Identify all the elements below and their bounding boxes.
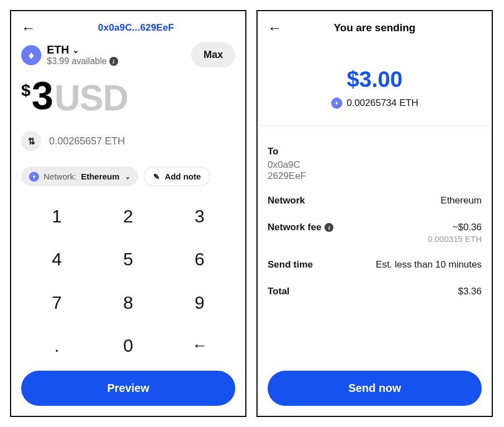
available-balance-text: $3.99 available (47, 56, 107, 66)
to-address-line2: 2629EeF (268, 171, 482, 182)
ethereum-icon: ♦ (21, 45, 41, 65)
network-prefix: Network: (43, 172, 76, 181)
details-list: To 0x0a9C 2629EeF Network Ethereum Netwo… (268, 138, 482, 305)
amount-summary: $3.00 ♦ 0.00265734 ETH (268, 67, 482, 109)
to-address: 0x0a9C 2629EeF (268, 159, 482, 182)
key-6[interactable]: 6 (164, 238, 235, 281)
send-amount-eth-row: ♦ 0.00265734 ETH (268, 98, 482, 109)
asset-symbol-label: ETH (47, 43, 69, 56)
amount-display: $ 3 USD (21, 77, 235, 119)
send-now-button[interactable]: Send now (268, 371, 482, 406)
send-amount-usd: $3.00 (268, 67, 482, 92)
network-label: Network (268, 195, 305, 206)
numeric-keypad: 1 2 3 4 5 6 7 8 9 . 0 ← (21, 195, 235, 367)
swap-currency-button[interactable]: ⇅ (21, 131, 41, 151)
send-amount-eth: 0.00265734 ETH (347, 98, 419, 109)
chip-row: ♦ Network: Ethereum ⌄ ✎ Add note (21, 167, 235, 186)
chevron-down-icon: ⌄ (125, 173, 130, 181)
swap-icon: ⇅ (28, 136, 35, 147)
detail-send-time: Send time Est. less than 10 minutes (268, 251, 482, 278)
send-entry-screen: ← 0x0a9C...629EeF ♦ ETH ⌄ $3.99 availabl… (10, 10, 246, 417)
info-icon[interactable]: i (109, 57, 118, 66)
total-label: Total (268, 286, 289, 297)
asset-selector[interactable]: ETH ⌄ (47, 43, 118, 56)
fee-value-eth: 0.000315 ETH (428, 234, 482, 244)
recipient-address-pill[interactable]: 0x0a9C...629EeF (98, 22, 174, 33)
send-time-value: Est. less than 10 minutes (376, 259, 482, 270)
back-arrow-icon: ← (268, 20, 282, 36)
key-5[interactable]: 5 (93, 238, 164, 281)
divider (258, 125, 492, 126)
key-3[interactable]: 3 (164, 195, 235, 238)
currency-code: USD (55, 77, 128, 119)
key-0[interactable]: 0 (93, 324, 164, 367)
to-label: To (268, 146, 279, 157)
key-backspace[interactable]: ← (164, 324, 235, 367)
key-4[interactable]: 4 (21, 238, 93, 281)
back-arrow-icon: ← (21, 20, 36, 36)
back-button[interactable]: ← (268, 20, 283, 37)
key-9[interactable]: 9 (164, 282, 235, 324)
converted-amount-row: ⇅ 0.00265657 ETH (21, 131, 235, 151)
network-selector[interactable]: ♦ Network: Ethereum ⌄ (21, 167, 138, 186)
header: ← You are sending (268, 19, 482, 37)
key-7[interactable]: 7 (21, 282, 93, 324)
add-note-label: Add note (164, 172, 201, 181)
info-icon[interactable]: i (324, 223, 333, 232)
chevron-down-icon: ⌄ (72, 46, 79, 55)
add-note-button[interactable]: ✎ Add note (144, 167, 210, 186)
detail-total: Total $3.36 (268, 278, 482, 305)
converted-amount: 0.00265657 ETH (49, 135, 125, 147)
header: ← 0x0a9C...629EeF (21, 19, 235, 37)
asset-texts: ETH ⌄ $3.99 available i (47, 43, 118, 66)
key-1[interactable]: 1 (21, 195, 93, 238)
key-8[interactable]: 8 (93, 282, 164, 324)
currency-symbol: $ (21, 81, 31, 100)
detail-network: Network Ethereum (268, 187, 482, 214)
back-button[interactable]: ← (21, 20, 37, 37)
asset-selector-row: ♦ ETH ⌄ $3.99 available i Max (21, 42, 235, 67)
ethereum-icon: ♦ (331, 98, 342, 109)
send-confirm-screen: ← You are sending $3.00 ♦ 0.00265734 ETH… (256, 10, 493, 417)
preview-button[interactable]: Preview (21, 371, 235, 406)
max-button[interactable]: Max (191, 42, 235, 67)
to-address-line1: 0x0a9C (268, 159, 482, 171)
send-time-label: Send time (268, 259, 313, 270)
page-title: You are sending (258, 22, 492, 34)
fee-value: ~$0.36 (428, 222, 482, 233)
amount-value: 3 (32, 77, 52, 115)
ethereum-icon: ♦ (29, 172, 39, 182)
available-balance: $3.99 available i (47, 56, 118, 66)
detail-fee: Network fee i ~$0.36 0.000315 ETH (268, 214, 482, 251)
network-value: Ethereum (440, 195, 482, 206)
total-value: $3.36 (458, 286, 482, 297)
fee-label: Network fee (268, 222, 321, 233)
key-dot[interactable]: . (21, 324, 93, 367)
key-2[interactable]: 2 (93, 195, 164, 238)
pencil-icon: ✎ (153, 172, 160, 181)
network-value: Ethereum (81, 172, 119, 181)
